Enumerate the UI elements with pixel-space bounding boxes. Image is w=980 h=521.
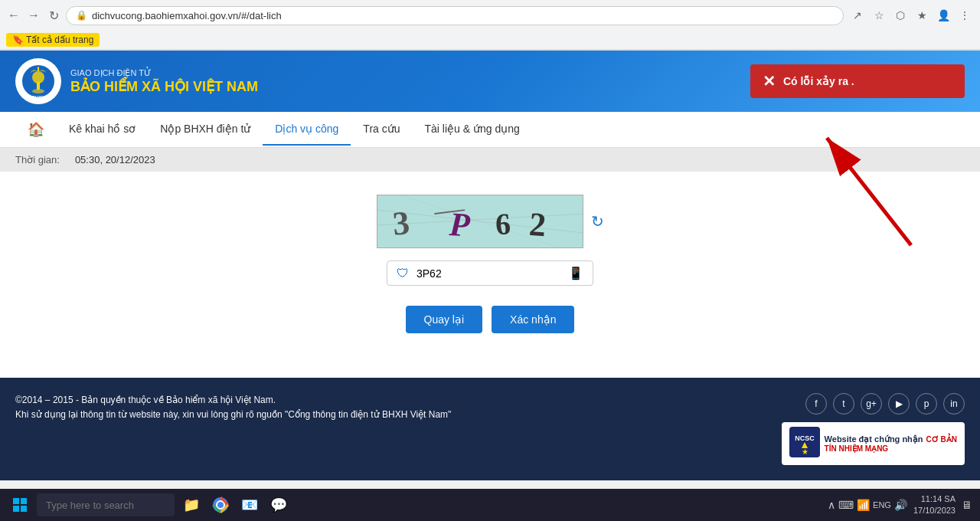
- nav-tai-lieu[interactable]: Tài liệu & ứng dụng: [413, 113, 532, 146]
- browser-actions: ↗ ☆ ⬡ ★ 👤 ⋮: [848, 6, 974, 25]
- captcha-row: 3 P 6 2 ↻: [377, 195, 604, 248]
- svg-rect-22: [13, 506, 19, 512]
- ext-button[interactable]: ⬡: [891, 6, 910, 25]
- svg-rect-2: [37, 82, 40, 90]
- captcha-input[interactable]: [416, 267, 560, 280]
- main-content: Thời gian: 05:30, 20/12/2023 3 P: [0, 148, 980, 378]
- footer-right: f t g+ ▶ p in NCSC ★ Website đạt chứng n…: [782, 393, 965, 465]
- taskbar-app-icon[interactable]: 💬: [266, 493, 291, 517]
- bookmark-label: Tất cả dấu trang: [26, 34, 93, 45]
- svg-text:★: ★: [801, 447, 808, 456]
- svg-text:6: 6: [494, 207, 511, 241]
- ncsc-logo: NCSC ★: [789, 427, 820, 460]
- bookmark-icon: 🔖: [12, 34, 24, 45]
- svg-text:BHXH: BHXH: [31, 95, 44, 100]
- url-text: dichvucong.baohiemxahoi.gov.vn/#/dat-lic…: [92, 10, 282, 21]
- site-header: BHXH GIAO DỊCH ĐIỆN TỬ BẢO HIỂM XÃ HỘI V…: [0, 51, 980, 112]
- taskbar: 📁 📧 💬 ∧ ⌨ 📶 ENG 🔊 11:14 SA 17/10/2023 🖥: [0, 489, 980, 521]
- nav-ke-khai[interactable]: Kê khai hồ sơ: [57, 113, 148, 146]
- nav-tra-cuu[interactable]: Tra cứu: [351, 113, 412, 146]
- svg-point-1: [32, 71, 44, 84]
- logo-text: GIAO DỊCH ĐIỆN TỬ BẢO HIỂM XÃ HỘI VIỆT N…: [70, 68, 258, 95]
- tray-lang-icon[interactable]: ENG: [873, 500, 891, 510]
- social-icons: f t g+ ▶ p in: [805, 393, 965, 415]
- svg-rect-23: [21, 506, 27, 512]
- svg-text:P: P: [447, 205, 470, 243]
- svg-text:3: 3: [390, 204, 410, 242]
- back-button[interactable]: ←: [6, 8, 21, 23]
- svg-text:2: 2: [528, 205, 547, 243]
- mobile-icon: 📱: [568, 266, 583, 280]
- taskbar-search[interactable]: [37, 493, 175, 516]
- taskbar-clock: 11:14 SA 17/10/2023: [913, 493, 956, 517]
- bookmarks-bar: 🔖 Tất cả dấu trang: [0, 31, 980, 50]
- ncsc-badge: NCSC ★ Website đạt chứng nhận CƠ BẢN TÍN…: [782, 422, 965, 465]
- time-label: Thời gian:: [15, 154, 60, 165]
- error-message: Có lỗi xảy ra .: [783, 75, 854, 87]
- taskbar-chrome-icon[interactable]: [208, 493, 233, 517]
- social-google[interactable]: g+: [861, 393, 882, 415]
- error-notification: ✕ Có lỗi xảy ra .: [750, 64, 965, 98]
- logo-subtitle: GIAO DỊCH ĐIỆN TỬ: [70, 68, 258, 78]
- logo-area: BHXH GIAO DỊCH ĐIỆN TỬ BẢO HIỂM XÃ HỘI V…: [15, 58, 258, 104]
- footer-copyright: ©2014 – 2015 - Bản quyền thuộc về Bảo hi…: [15, 393, 451, 408]
- taskbar-explorer-icon[interactable]: 📁: [179, 493, 204, 517]
- browser-chrome: ← → ↻ 🔒 dichvucong.baohiemxahoi.gov.vn/#…: [0, 0, 980, 51]
- reload-button[interactable]: ↻: [46, 8, 61, 23]
- taskbar-time: 11:14 SA: [913, 493, 956, 505]
- bookmark-all-pages[interactable]: 🔖 Tất cả dấu trang: [6, 33, 100, 47]
- tray-wifi-icon[interactable]: 📶: [857, 499, 870, 511]
- tray-notification-icon[interactable]: 🖥: [962, 499, 972, 511]
- confirm-button[interactable]: Xác nhận: [492, 306, 574, 333]
- shield-icon: 🛡: [397, 267, 409, 280]
- nav-dich-vu-cong[interactable]: Dịch vụ công: [263, 113, 351, 146]
- nav-home-icon[interactable]: 🏠: [15, 112, 57, 147]
- refresh-captcha-icon[interactable]: ↻: [591, 212, 604, 231]
- menu-button[interactable]: ⋮: [956, 6, 974, 25]
- social-facebook[interactable]: f: [805, 393, 827, 415]
- taskbar-date: 17/10/2023: [913, 505, 956, 516]
- ncsc-text: Website đạt chứng nhận: [825, 434, 923, 444]
- nav-nop-bhxh[interactable]: Nộp BHXH điện tử: [148, 113, 263, 146]
- social-youtube[interactable]: ▶: [888, 393, 910, 415]
- captcha-area: 3 P 6 2 ↻ 🛡 📱 Quay lại Xác n: [0, 172, 980, 356]
- time-value: 05:30, 20/12/2023: [75, 154, 155, 165]
- svg-rect-21: [21, 498, 27, 504]
- captcha-input-container: 🛡 📱: [387, 260, 593, 286]
- error-close-icon[interactable]: ✕: [763, 72, 776, 90]
- forward-button[interactable]: →: [26, 8, 41, 23]
- windows-start-button[interactable]: [8, 493, 32, 517]
- taskbar-tray: ∧ ⌨ 📶 ENG 🔊: [828, 499, 907, 511]
- share-button[interactable]: ↗: [848, 6, 867, 25]
- logo-svg: BHXH: [19, 62, 57, 100]
- co-ban-label: CƠ BẢN: [926, 435, 957, 444]
- taskbar-right: ∧ ⌨ 📶 ENG 🔊 11:14 SA 17/10/2023 🖥: [828, 493, 972, 517]
- site-nav: 🏠 Kê khai hồ sơ Nộp BHXH điện tử Dịch vụ…: [0, 112, 980, 148]
- time-row: Thời gian: 05:30, 20/12/2023: [0, 148, 980, 172]
- captcha-svg: 3 P 6 2: [377, 195, 583, 248]
- svg-rect-20: [13, 498, 19, 504]
- social-twitter[interactable]: t: [833, 393, 854, 415]
- svg-text:NCSC: NCSC: [795, 434, 815, 442]
- svg-point-26: [217, 502, 224, 508]
- svg-point-3: [32, 89, 44, 93]
- lock-icon: 🔒: [76, 10, 87, 21]
- star-button[interactable]: ☆: [870, 6, 888, 25]
- tray-speaker-icon[interactable]: 🔊: [894, 499, 907, 511]
- profile-button[interactable]: 👤: [934, 6, 952, 25]
- tray-keyboard-icon[interactable]: ⌨: [838, 499, 854, 511]
- taskbar-outlook-icon[interactable]: 📧: [237, 493, 262, 517]
- footer-left: ©2014 – 2015 - Bản quyền thuộc về Bảo hi…: [15, 393, 451, 422]
- footer-notice: Khi sử dụng lại thông tin từ website này…: [15, 408, 451, 422]
- logo-circle: BHXH: [15, 58, 61, 104]
- tin-nhiem-label: TÍN NHIỆM MẠNG: [825, 444, 957, 453]
- address-bar[interactable]: 🔒 dichvucong.baohiemxahoi.gov.vn/#/dat-l…: [66, 6, 844, 25]
- back-button[interactable]: Quay lại: [406, 306, 483, 333]
- bookmark-button[interactable]: ★: [913, 6, 931, 25]
- social-linkedin[interactable]: in: [943, 393, 965, 415]
- tray-arrow-icon[interactable]: ∧: [828, 499, 835, 511]
- social-pinterest[interactable]: p: [916, 393, 937, 415]
- button-row: Quay lại Xác nhận: [406, 298, 575, 333]
- captcha-image: 3 P 6 2: [377, 195, 583, 248]
- logo-title: BẢO HIỂM XÃ HỘI VIỆT NAM: [70, 78, 258, 95]
